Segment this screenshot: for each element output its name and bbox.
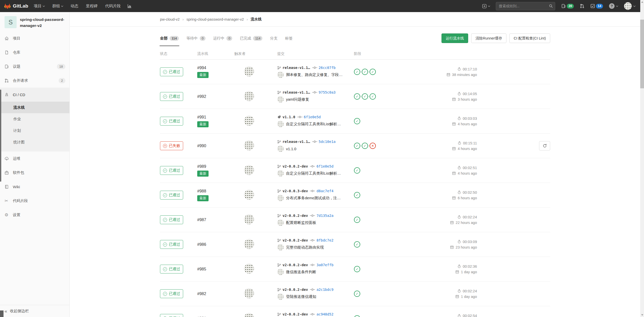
commit-message[interactable]: 脚本修复、路由定义修复、字段… bbox=[286, 72, 343, 77]
navbar-item-groups[interactable]: 群组 bbox=[52, 4, 63, 9]
status-badge[interactable]: ✓ 已通过 bbox=[160, 215, 183, 224]
pipeline-id[interactable]: #987 bbox=[197, 218, 206, 222]
sidebar-item-settings[interactable]: ⚙设置 bbox=[0, 208, 69, 222]
commit-author-avatar[interactable] bbox=[277, 244, 284, 251]
trigger-avatar[interactable] bbox=[244, 91, 254, 101]
stage-passed-icon[interactable]: ✓ bbox=[354, 217, 360, 223]
sidebar-item-merge-requests[interactable]: 合并请求2 bbox=[0, 73, 69, 88]
commit-sha-link[interactable]: a2c1bdc9 bbox=[316, 288, 333, 292]
commit-author-avatar[interactable] bbox=[277, 96, 284, 103]
tab-running[interactable]: 运行中0 bbox=[213, 30, 232, 46]
status-badge[interactable]: ✓ 已通过 bbox=[160, 117, 183, 126]
ref-name[interactable]: release-v1.1… bbox=[283, 90, 310, 94]
pipeline-id[interactable]: #990 bbox=[197, 144, 206, 148]
stage-passed-icon[interactable]: ✓ bbox=[370, 69, 376, 75]
scrollbar-thumb[interactable] bbox=[640, 20, 644, 88]
pipeline-id[interactable]: #994 bbox=[197, 66, 206, 70]
stage-passed-icon[interactable]: ✓ bbox=[354, 93, 360, 100]
sidebar-item-charts[interactable]: 统计图 bbox=[0, 136, 69, 148]
commit-author-avatar[interactable] bbox=[277, 219, 284, 226]
user-menu[interactable] bbox=[624, 2, 635, 10]
trigger-avatar[interactable] bbox=[244, 288, 254, 298]
commit-author-avatar[interactable] bbox=[277, 170, 284, 177]
sidebar-item-issues[interactable]: 议题18 bbox=[0, 59, 69, 73]
pipeline-id[interactable]: #988 bbox=[197, 189, 206, 193]
charts-icon[interactable] bbox=[127, 4, 132, 8]
ref-name[interactable]: v2-0.0.2-dev bbox=[283, 288, 308, 292]
scroll-up-arrow[interactable] bbox=[640, 0, 644, 4]
commit-message[interactable]: 自定义分隔符工具类和List解析… bbox=[286, 122, 341, 127]
ref-name[interactable]: release-v1.1… bbox=[283, 66, 310, 70]
tab-tags[interactable]: 标签 bbox=[285, 30, 293, 46]
ci-lint-button[interactable]: CI 配置检查(CI Lint) bbox=[509, 33, 550, 43]
status-badge[interactable]: ✓ 已通过 bbox=[160, 240, 183, 249]
stage-passed-icon[interactable]: ✓ bbox=[362, 93, 368, 100]
ref-name[interactable]: v2-0.0.3-dev bbox=[283, 189, 308, 193]
status-badge[interactable]: ✕ 已失败 bbox=[160, 141, 183, 150]
stage-passed-icon[interactable]: ✓ bbox=[354, 315, 360, 317]
commit-author-avatar[interactable] bbox=[277, 293, 284, 300]
commit-message[interactable]: 配置熔断监控面板 bbox=[286, 220, 316, 225]
sidebar-item-schedules[interactable]: 计划 bbox=[0, 125, 69, 136]
trigger-avatar[interactable] bbox=[244, 239, 254, 249]
navbar-item-projects[interactable]: 项目 bbox=[34, 4, 45, 9]
project-header[interactable]: S spring-cloud-password-manager-v2 bbox=[0, 12, 69, 31]
pipeline-id[interactable]: #986 bbox=[197, 242, 206, 247]
stage-passed-icon[interactable]: ✓ bbox=[354, 69, 360, 75]
window-scrollbar[interactable] bbox=[640, 0, 644, 317]
sidebar-item-snippets[interactable]: ✂代码片段 bbox=[0, 194, 69, 208]
trigger-avatar[interactable] bbox=[244, 116, 254, 126]
merge-requests-shortcut[interactable] bbox=[580, 4, 584, 8]
commit-author-avatar[interactable] bbox=[277, 195, 284, 201]
pipeline-id[interactable]: #981 bbox=[197, 316, 206, 317]
commit-message[interactable]: 完整功能动态路由实现 bbox=[286, 245, 324, 250]
commit-message[interactable]: yaml问题修复 bbox=[286, 97, 309, 102]
status-badge[interactable]: ✓ 已通过 bbox=[160, 191, 183, 200]
navbar-item-activity[interactable]: 动态 bbox=[70, 4, 78, 9]
stage-failed-icon[interactable]: ✕ bbox=[370, 143, 376, 149]
status-badge[interactable]: ✓ 已通过 bbox=[160, 67, 183, 76]
trigger-avatar[interactable] bbox=[244, 264, 254, 274]
trigger-avatar[interactable] bbox=[244, 214, 254, 224]
gitlab-logo[interactable]: GitLab bbox=[4, 3, 28, 9]
sidebar-item-repository[interactable]: 仓库 bbox=[0, 45, 69, 59]
status-badge[interactable]: ✓ 已通过 bbox=[160, 314, 183, 317]
status-badge[interactable]: ✓ 已通过 bbox=[160, 166, 183, 175]
commit-author-avatar[interactable] bbox=[277, 145, 284, 152]
sidebar-item-packages[interactable]: 软件包 bbox=[0, 166, 69, 180]
pipeline-id[interactable]: #982 bbox=[197, 292, 206, 296]
stage-passed-icon[interactable]: ✓ bbox=[354, 241, 360, 248]
retry-pipeline-button[interactable] bbox=[539, 141, 550, 150]
commit-author-avatar[interactable] bbox=[277, 71, 284, 78]
commit-sha-link[interactable]: 8fbdc7e2 bbox=[316, 238, 333, 242]
ref-name[interactable]: v1.1.0 bbox=[283, 115, 295, 119]
issues-shortcut[interactable]: 20 bbox=[561, 4, 574, 9]
stage-passed-icon[interactable]: ✓ bbox=[370, 93, 376, 100]
scroll-down-arrow[interactable] bbox=[640, 313, 644, 317]
ref-name[interactable]: v2-0.0.2-dev bbox=[283, 214, 308, 218]
collapse-sidebar-button[interactable]: « 收起侧边栏 bbox=[0, 305, 69, 317]
commit-message[interactable]: 分布式事务demo测试成功，注… bbox=[286, 196, 341, 201]
navbar-item-milestones[interactable]: 里程碑 bbox=[86, 4, 98, 9]
commit-sha-link[interactable]: 7d135a2a bbox=[316, 214, 333, 218]
todos-shortcut[interactable]: 14 bbox=[590, 4, 603, 9]
help-menu[interactable]: ? bbox=[609, 3, 618, 9]
stage-passed-icon[interactable]: ✓ bbox=[362, 143, 368, 149]
sidebar-item-project[interactable]: 项目 bbox=[0, 31, 69, 45]
clear-runner-cache-button[interactable]: 清除Runner缓存 bbox=[471, 33, 506, 43]
stage-passed-icon[interactable]: ✓ bbox=[354, 143, 360, 149]
commit-author-avatar[interactable] bbox=[277, 121, 284, 127]
sidebar-item-jobs[interactable]: 作业 bbox=[0, 113, 69, 125]
pipeline-id[interactable]: #989 bbox=[197, 164, 206, 169]
ref-name[interactable]: release-v1.1… bbox=[283, 140, 310, 144]
sidebar-item-pipelines[interactable]: 流水线 bbox=[0, 102, 69, 113]
status-badge[interactable]: ✓ 已通过 bbox=[160, 265, 183, 273]
commit-sha-link[interactable]: 6f1e0e5d bbox=[304, 115, 321, 119]
stage-passed-icon[interactable]: ✓ bbox=[354, 118, 360, 124]
commit-sha-link[interactable]: 26cc07fb bbox=[319, 66, 336, 70]
commit-sha-link[interactable]: 9755c0a3 bbox=[319, 90, 336, 94]
stage-passed-icon[interactable]: ✓ bbox=[354, 167, 360, 174]
sidebar-item-ci-cd[interactable]: CI / CD bbox=[0, 88, 69, 102]
commit-message[interactable]: v1.1.0 bbox=[286, 147, 296, 151]
trigger-avatar[interactable] bbox=[244, 140, 254, 150]
